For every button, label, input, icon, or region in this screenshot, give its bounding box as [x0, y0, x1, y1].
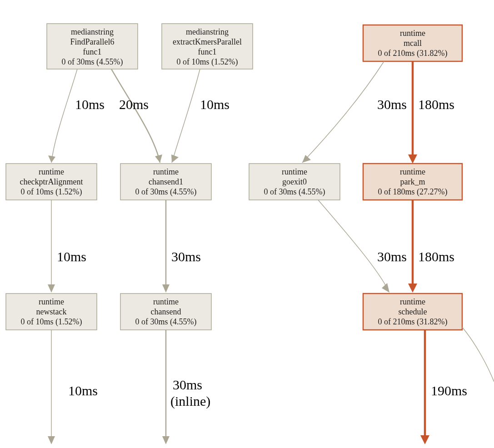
- node-label: runtime: [400, 167, 425, 176]
- edge: [318, 200, 389, 291]
- arrow-icon: [302, 155, 311, 163]
- node-label: func1: [83, 47, 102, 56]
- node-label: 0 of 210ms (31.82%): [378, 49, 448, 58]
- node-label: medianstring: [71, 27, 114, 36]
- arrow-icon: [408, 154, 417, 164]
- node-label: medianstring: [186, 27, 229, 36]
- node-runtime-mcall[interactable]: runtime mcall 0 of 210ms (31.82%): [363, 25, 462, 61]
- node-label: 0 of 10ms (1.52%): [21, 317, 82, 327]
- edge-label: 30ms: [171, 249, 201, 264]
- node-label: schedule: [399, 307, 427, 316]
- node-label: 0 of 30ms (4.55%): [62, 57, 123, 67]
- arrow-icon: [48, 284, 55, 293]
- node-label: FindParallel6: [70, 37, 115, 46]
- edge-label: 10ms: [75, 97, 105, 112]
- edge-label: 10ms: [200, 97, 230, 112]
- node-label: chansend1: [149, 177, 183, 186]
- node-runtime-goexit0[interactable]: runtime goexit0 0 of 30ms (4.55%): [249, 164, 340, 200]
- node-label: runtime: [282, 167, 307, 176]
- edge: [302, 61, 384, 163]
- node-label: runtime: [400, 29, 425, 38]
- arrow-icon: [48, 436, 55, 444]
- edge: [172, 69, 200, 163]
- edge-label: 190ms: [431, 383, 467, 398]
- node-label: 0 of 180ms (27.27%): [378, 187, 448, 197]
- node-label: newstack: [36, 307, 67, 316]
- node-label: park_m: [400, 177, 425, 186]
- edge-label: 180ms: [418, 249, 454, 264]
- node-label: 0 of 30ms (4.55%): [135, 317, 197, 327]
- edge-label: 10ms: [68, 383, 98, 398]
- node-label: 0 of 30ms (4.55%): [264, 187, 325, 197]
- arrow-icon: [155, 154, 162, 163]
- node-runtime-park-m[interactable]: runtime park_m 0 of 180ms (27.27%): [363, 164, 462, 200]
- node-runtime-schedule[interactable]: runtime schedule 0 of 210ms (31.82%): [363, 294, 462, 330]
- edge: [51, 69, 77, 163]
- node-label: runtime: [153, 167, 179, 176]
- node-runtime-newstack[interactable]: runtime newstack 0 of 10ms (1.52%): [6, 294, 97, 330]
- node-runtime-chansend[interactable]: runtime chansend 0 of 30ms (4.55%): [120, 294, 211, 330]
- node-label: checkptrAlignment: [20, 177, 83, 186]
- node-label: chansend: [151, 307, 181, 316]
- node-label: extractKmersParallel: [173, 37, 242, 46]
- edge-label: 10ms: [57, 249, 86, 264]
- node-label: 0 of 10ms (1.52%): [177, 57, 238, 67]
- node-runtime-chansend1[interactable]: runtime chansend1 0 of 30ms (4.55%): [120, 164, 211, 200]
- edge-label: 30ms: [377, 249, 407, 264]
- arrow-icon: [171, 154, 179, 163]
- node-medianstring-extractkmersparallel[interactable]: medianstring extractKmersParallel func1 …: [162, 24, 253, 69]
- node-label: mcall: [404, 39, 422, 48]
- node-label: runtime: [39, 167, 64, 176]
- edge-label: 20ms: [119, 97, 149, 112]
- node-label: 0 of 30ms (4.55%): [135, 187, 197, 197]
- node-label: 0 of 10ms (1.52%): [21, 187, 82, 197]
- edge-label: 30ms: [173, 377, 202, 392]
- node-label: 0 of 210ms (31.82%): [378, 317, 448, 327]
- node-label: runtime: [39, 297, 64, 306]
- arrow-icon: [48, 155, 55, 163]
- node-label: goexit0: [282, 177, 307, 186]
- edge: [111, 69, 160, 163]
- edge-label: 180ms: [418, 97, 454, 112]
- arrow-icon: [408, 284, 417, 293]
- node-label: func1: [198, 47, 217, 56]
- arrow-icon: [420, 435, 429, 444]
- edge-label: 30ms: [377, 97, 407, 112]
- node-medianstring-findparallel6[interactable]: medianstring FindParallel6 func1 0 of 30…: [47, 24, 138, 69]
- edge: [462, 327, 494, 382]
- node-label: runtime: [400, 297, 425, 306]
- arrow-icon: [162, 436, 170, 444]
- node-label: runtime: [153, 297, 179, 306]
- node-runtime-checkptralignment[interactable]: runtime checkptrAlignment 0 of 10ms (1.5…: [6, 164, 97, 200]
- edge-label: (inline): [170, 393, 210, 409]
- arrow-icon: [382, 283, 389, 293]
- arrow-icon: [162, 284, 170, 293]
